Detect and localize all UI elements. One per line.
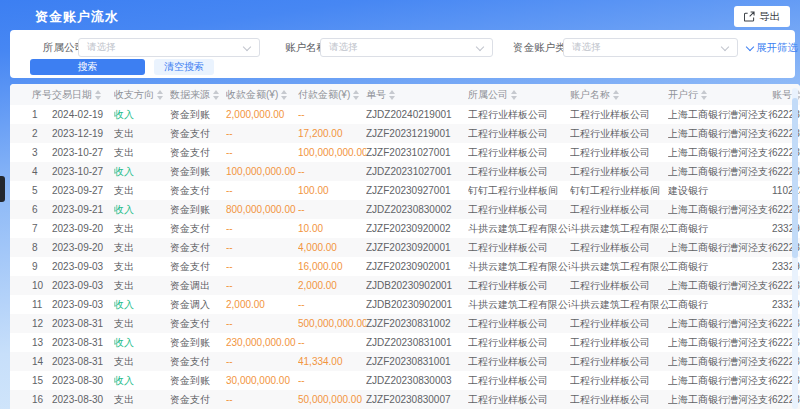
- drawer-handle[interactable]: [0, 176, 5, 202]
- table-cell: 支出: [114, 390, 170, 409]
- table-row[interactable]: 152023-08-30收入资金到账30,000,000.00--ZJDZ202…: [10, 371, 800, 390]
- sort-carets-icon[interactable]: [389, 90, 395, 100]
- table-cell: ZJDZ20230830003: [366, 371, 468, 390]
- table-cell: 2: [10, 124, 52, 143]
- export-button[interactable]: 导出: [734, 6, 790, 27]
- search-button[interactable]: 搜索: [30, 59, 145, 75]
- sort-carets-icon[interactable]: [213, 90, 219, 100]
- sort-carets-icon[interactable]: [281, 90, 287, 100]
- column-header[interactable]: 单号: [366, 84, 468, 105]
- account-name-filter-select[interactable]: 请选择: [320, 38, 493, 57]
- table-cell: 2023-09-03: [52, 257, 114, 276]
- table-row[interactable]: 92023-09-03支出资金支付--16,000.00ZJZF20230902…: [10, 257, 800, 276]
- table-cell: 工程行业样板公司: [570, 143, 668, 162]
- sort-carets-icon[interactable]: [157, 90, 163, 100]
- table-cell: ZJZF20230920001: [366, 238, 468, 257]
- table-cell: 资金调出: [170, 276, 226, 295]
- expand-filters-label: 展开筛选: [756, 41, 798, 55]
- column-header[interactable]: 账户名称: [570, 84, 668, 105]
- table-cell: --: [298, 333, 366, 352]
- table-cell: 工程行业样板公司: [570, 276, 668, 295]
- table-cell: 12: [10, 314, 52, 333]
- column-header[interactable]: 开户行: [668, 84, 772, 105]
- export-button-label: 导出: [759, 10, 780, 24]
- table-cell: 资金支付: [170, 124, 226, 143]
- table-cell: --: [298, 295, 366, 314]
- table-cell: 收入: [114, 371, 170, 390]
- table-row[interactable]: 132023-08-31收入资金到账230,000,000.00--ZJDZ20…: [10, 333, 800, 352]
- chevron-down-icon: [721, 43, 729, 51]
- table-row[interactable]: 22023-12-19支出资金支付--17,200.00ZJZF20231219…: [10, 124, 800, 143]
- company-filter-select[interactable]: 请选择: [78, 38, 260, 57]
- column-header-label: 开户行: [668, 89, 698, 100]
- column-header[interactable]: 数据来源: [170, 84, 226, 105]
- table-row[interactable]: 72023-09-20支出资金支付--10.00ZJZF20230920002斗…: [10, 219, 800, 238]
- table-cell: --: [226, 314, 298, 333]
- table-row[interactable]: 82023-09-20支出资金支付--4,000.00ZJZF202309200…: [10, 238, 800, 257]
- table-row[interactable]: 142023-08-31支出资金支付--41,334.00ZJZF2023083…: [10, 352, 800, 371]
- table-cell: 上海工商银行漕河泾支行: [668, 352, 772, 371]
- table-row[interactable]: 42023-10-27收入资金到账100,000,000.00--ZJDZ202…: [10, 162, 800, 181]
- column-header-label: 账户名称: [570, 89, 610, 100]
- table-row[interactable]: 162023-08-30支出资金支付--50,000,000.00ZJZF202…: [10, 390, 800, 409]
- table-cell: 13: [10, 333, 52, 352]
- table-cell: 资金支付: [170, 314, 226, 333]
- column-header[interactable]: 收支方向: [114, 84, 170, 105]
- expand-filters-link[interactable]: 展开筛选: [747, 41, 798, 55]
- clear-search-button[interactable]: 清空搜索: [154, 59, 214, 75]
- column-header[interactable]: 付款金额(¥): [298, 84, 366, 105]
- table-cell: 工程行业样板公司: [468, 276, 570, 295]
- table-cell: 2023-08-31: [52, 314, 114, 333]
- table-cell: --: [298, 371, 366, 390]
- table-cell: 4,000.00: [298, 238, 366, 257]
- table-row[interactable]: 52023-09-27支出资金支付--100.00ZJZF20230927001…: [10, 181, 800, 200]
- table-cell: 100,000,000.00: [298, 143, 366, 162]
- table-cell: 工程行业样板公司: [468, 390, 570, 409]
- sort-carets-icon[interactable]: [613, 90, 619, 100]
- table-cell: 2023-08-30: [52, 390, 114, 409]
- table-cell: 资金支付: [170, 390, 226, 409]
- table-cell: 100,000,000.00: [226, 162, 298, 181]
- table-cell: 16: [10, 390, 52, 409]
- table-row[interactable]: 12024-02-19收入资金到账2,000,000.00--ZJDZ20240…: [10, 105, 800, 124]
- column-header-label: 收支方向: [114, 89, 154, 100]
- table-cell: 支出: [114, 143, 170, 162]
- table-cell: 50,000,000.00: [298, 390, 366, 409]
- table-cell: ZJDZ20230830002: [366, 200, 468, 219]
- column-header[interactable]: 所属公司: [468, 84, 570, 105]
- vertical-scrollbar-thumb[interactable]: [792, 98, 798, 258]
- column-header[interactable]: 交易日期: [52, 84, 114, 105]
- table-cell: 工程行业样板公司: [468, 371, 570, 390]
- table-cell: 收入: [114, 200, 170, 219]
- table-cell: 2023-09-20: [52, 238, 114, 257]
- account-type-filter-select[interactable]: 请选择: [563, 38, 738, 57]
- table-cell: --: [226, 352, 298, 371]
- table-row[interactable]: 62023-09-21收入资金到账800,000,000.00--ZJDZ202…: [10, 200, 800, 219]
- sort-carets-icon[interactable]: [511, 90, 517, 100]
- table-cell: 100.00: [298, 181, 366, 200]
- sort-carets-icon[interactable]: [701, 90, 707, 100]
- table-row[interactable]: 32023-10-27支出资金支付--100,000,000.00ZJZF202…: [10, 143, 800, 162]
- table-cell: 上海工商银行漕河泾支行: [668, 371, 772, 390]
- sort-carets-icon[interactable]: [95, 90, 101, 100]
- column-header-label: 数据来源: [170, 89, 210, 100]
- table-cell: 4: [10, 162, 52, 181]
- table-cell: 上海工商银行漕河泾支行: [668, 238, 772, 257]
- table-row[interactable]: 102023-09-03支出资金调出--2,000.00ZJDB20230902…: [10, 276, 800, 295]
- page-title: 资金账户流水: [35, 8, 119, 26]
- table-cell: 工程行业样板公司: [468, 105, 570, 124]
- table-row[interactable]: 122023-08-31支出资金支付--500,000,000.00ZJZF20…: [10, 314, 800, 333]
- table-cell: 2023-09-03: [52, 276, 114, 295]
- table-cell: 资金支付: [170, 238, 226, 257]
- table-cell: --: [226, 143, 298, 162]
- vertical-scrollbar-track[interactable]: [792, 88, 798, 409]
- table-cell: 工程行业样板公司: [570, 333, 668, 352]
- table-cell: 资金支付: [170, 257, 226, 276]
- column-header[interactable]: 收款金额(¥): [226, 84, 298, 105]
- sort-carets-icon[interactable]: [353, 90, 359, 100]
- table-cell: 7: [10, 219, 52, 238]
- table-cell: 41,334.00: [298, 352, 366, 371]
- table-cell: 2023-09-20: [52, 219, 114, 238]
- table-row[interactable]: 112023-09-03收入资金调入2,000.00--ZJDB20230902…: [10, 295, 800, 314]
- table-cell: ZJDB20230902001: [366, 276, 468, 295]
